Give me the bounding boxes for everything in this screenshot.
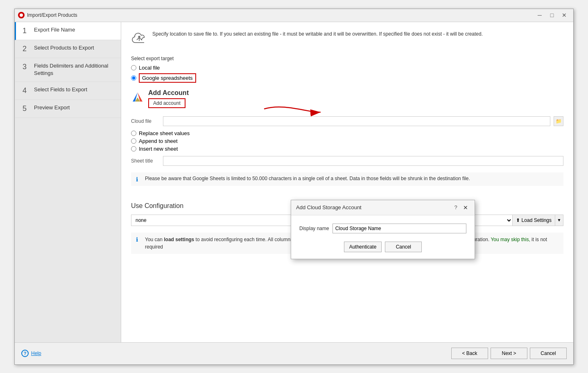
sidebar-num-2: 2 <box>23 44 31 54</box>
display-name-row: Display name <box>299 224 466 233</box>
load-settings-label: Load Settings <box>522 217 552 223</box>
load-settings-bold: load settings <box>164 237 194 242</box>
config-info-icon: ℹ <box>136 236 142 243</box>
skip-green-text: You may skip this, <box>491 237 530 242</box>
cancel-button[interactable]: Cancel <box>530 348 567 359</box>
sidebar-num-5: 5 <box>23 104 31 113</box>
modal-header-buttons: ? ✕ <box>452 203 470 212</box>
add-account-title: Add Account <box>148 89 189 97</box>
header-row: Specify location to save file to. If you… <box>131 30 563 49</box>
sidebar-label-1: Export File Name <box>34 26 75 34</box>
insert-sheet-radio[interactable] <box>131 146 136 151</box>
local-file-label: Local file <box>139 65 160 71</box>
title-bar: Import/Export Products ─ □ ✕ <box>15 9 573 22</box>
sidebar-num-1: 1 <box>23 26 31 36</box>
sheet-title-label: Sheet title <box>131 158 160 164</box>
app-icon-inner <box>20 14 23 17</box>
sidebar: 1 Export File Name 2 Select Products to … <box>15 22 121 342</box>
modal-header: Add Cloud Storage Account ? ✕ <box>291 200 475 215</box>
maximize-button[interactable]: □ <box>546 11 558 19</box>
replace-sheet-label: Replace sheet values <box>139 130 190 136</box>
load-settings-button[interactable]: ⬆ Load Settings <box>513 215 555 226</box>
next-button[interactable]: Next > <box>491 348 527 359</box>
select-export-label: Select export target <box>131 56 563 61</box>
display-name-input[interactable] <box>332 224 466 233</box>
info-text: Please be aware that Google Sheets is li… <box>145 176 470 181</box>
folder-icon: 📁 <box>556 118 562 124</box>
add-account-section: Add Account Add account <box>131 89 563 108</box>
sheet-options: Replace sheet values Append to sheet Ins… <box>131 130 563 152</box>
sidebar-item-select-products[interactable]: 2 Select Products to Export <box>15 40 121 58</box>
modal-cancel-button[interactable]: Cancel <box>385 242 422 252</box>
append-sheet-option[interactable]: Append to sheet <box>131 138 563 144</box>
title-controls: ─ □ ✕ <box>534 11 570 19</box>
sheet-title-row: Sheet title <box>131 156 563 166</box>
insert-sheet-label: Insert new sheet <box>139 146 178 152</box>
add-account-container: Add Account Add account <box>131 89 563 108</box>
info-icon: ℹ <box>136 176 142 183</box>
modal-help-button[interactable]: ? <box>452 203 460 212</box>
local-file-radio[interactable] <box>131 65 136 70</box>
google-sheets-label: Google spreadsheets <box>139 73 196 83</box>
replace-sheet-option[interactable]: Replace sheet values <box>131 130 563 136</box>
sidebar-item-select-fields[interactable]: 4 Select Fields to Export <box>15 82 121 100</box>
footer-left: ? Help <box>21 350 41 357</box>
title-bar-left: Import/Export Products <box>18 12 77 18</box>
main-content: 1 Export File Name 2 Select Products to … <box>15 22 573 342</box>
back-button[interactable]: < Back <box>451 348 488 359</box>
cloud-file-label: Cloud file <box>131 118 160 124</box>
chevron-down-icon: ▼ <box>557 218 561 222</box>
append-sheet-label: Append to sheet <box>139 138 178 144</box>
help-circle-icon: ? <box>21 350 29 357</box>
cloud-upload-icon <box>131 31 147 49</box>
cloud-file-input[interactable] <box>163 116 550 126</box>
header-description: Specify location to save file to. If you… <box>152 30 483 38</box>
add-cloud-storage-modal: Add Cloud Storage Account ? ✕ Display na… <box>291 200 475 259</box>
load-settings-dropdown-button[interactable]: ▼ <box>555 215 563 226</box>
append-sheet-radio[interactable] <box>131 138 136 144</box>
main-window: Import/Export Products ─ □ ✕ 1 Export Fi… <box>14 9 574 365</box>
content-area: Specify location to save file to. If you… <box>121 22 573 342</box>
window-close-button[interactable]: ✕ <box>559 11 570 19</box>
sidebar-label-2: Select Products to Export <box>34 44 94 52</box>
minimize-button[interactable]: ─ <box>534 11 545 19</box>
local-file-option[interactable]: Local file <box>131 65 563 71</box>
upload-icon: ⬆ <box>516 217 520 223</box>
help-link[interactable]: Help <box>31 350 41 356</box>
sidebar-item-fields-delimiters[interactable]: 3 Fields Delimiters and Additional Setti… <box>15 58 121 81</box>
info-box: ℹ Please be aware that Google Sheets is … <box>131 172 563 186</box>
modal-title: Add Cloud Storage Account <box>296 204 362 210</box>
modal-close-button[interactable]: ✕ <box>461 203 470 212</box>
footer-right: < Back Next > Cancel <box>451 348 567 359</box>
sidebar-label-5: Preview Export <box>34 104 70 111</box>
sidebar-num-3: 3 <box>23 62 31 72</box>
sidebar-label-3: Fields Delimiters and Additional Setting… <box>34 62 114 77</box>
browse-button[interactable]: 📁 <box>554 116 563 126</box>
sidebar-item-preview-export[interactable]: 5 Preview Export <box>15 100 121 118</box>
app-icon <box>18 12 25 18</box>
sidebar-item-export-file-name[interactable]: 1 Export File Name <box>15 22 121 40</box>
insert-sheet-option[interactable]: Insert new sheet <box>131 146 563 152</box>
add-account-button[interactable]: Add account <box>148 98 185 108</box>
google-sheets-option[interactable]: Google spreadsheets <box>131 73 563 83</box>
window-title: Import/Export Products <box>27 12 77 18</box>
replace-sheet-radio[interactable] <box>131 131 136 136</box>
modal-body: Display name Authenticate Cancel <box>291 215 475 259</box>
footer: ? Help < Back Next > Cancel <box>15 342 573 364</box>
cloud-file-row: Cloud file 📁 <box>131 116 563 126</box>
sidebar-num-4: 4 <box>23 86 31 95</box>
add-account-right: Add Account Add account <box>148 89 189 108</box>
gdrive-icon <box>131 91 144 105</box>
sheet-title-input[interactable] <box>163 156 563 166</box>
display-name-label: Display name <box>299 226 329 231</box>
modal-buttons: Authenticate Cancel <box>299 242 466 252</box>
export-target-group: Local file Google spreadsheets <box>131 65 563 83</box>
sidebar-label-4: Select Fields to Export <box>34 86 87 93</box>
google-sheets-radio[interactable] <box>131 75 136 81</box>
authenticate-button[interactable]: Authenticate <box>344 242 382 252</box>
